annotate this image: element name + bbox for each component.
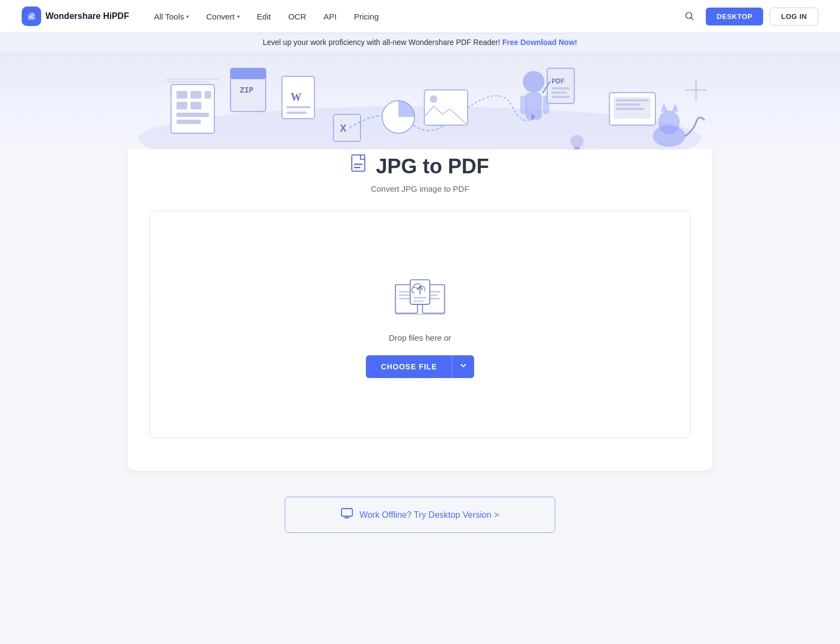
svg-rect-10 xyxy=(176,120,201,124)
upload-icon xyxy=(393,271,447,320)
svg-marker-36 xyxy=(661,103,668,112)
svg-point-0 xyxy=(31,13,35,16)
choose-file-wrapper: CHOOSE FILE xyxy=(366,355,475,378)
brand-name: Wondershare HiPDF xyxy=(45,11,129,21)
logo-icon xyxy=(22,6,41,26)
tool-card: JPG to PDF Convert JPG image to PDF xyxy=(128,128,712,471)
svg-text:ZIP: ZIP xyxy=(240,86,253,94)
nav-convert[interactable]: Convert ▾ xyxy=(199,8,247,25)
navbar-actions: DESKTOP LOG IN xyxy=(680,6,818,26)
brand-logo[interactable]: Wondershare HiPDF xyxy=(22,6,129,26)
nav-api[interactable]: API xyxy=(316,8,344,25)
svg-rect-13 xyxy=(231,68,266,79)
svg-point-35 xyxy=(658,110,680,134)
svg-rect-7 xyxy=(176,102,187,109)
login-button[interactable]: LOG IN xyxy=(770,8,818,25)
nav-menu: All Tools ▾ Convert ▾ Edit OCR API Prici… xyxy=(146,8,680,25)
svg-text:W: W xyxy=(291,91,301,103)
choose-file-button[interactable]: CHOOSE FILE xyxy=(366,355,452,378)
drop-zone[interactable]: Drop files here or CHOOSE FILE xyxy=(149,211,691,438)
svg-point-24 xyxy=(523,71,544,93)
nav-ocr[interactable]: OCR xyxy=(280,8,313,25)
svg-rect-51 xyxy=(354,164,363,165)
svg-point-23 xyxy=(430,95,437,103)
svg-text:X: X xyxy=(340,123,346,134)
svg-rect-41 xyxy=(616,103,640,106)
navbar: Wondershare HiPDF All Tools ▾ Convert ▾ … xyxy=(0,0,840,32)
svg-rect-50 xyxy=(352,155,365,171)
svg-rect-30 xyxy=(552,87,570,89)
svg-rect-17 xyxy=(286,112,307,114)
desktop-button[interactable]: DESKTOP xyxy=(706,8,763,25)
svg-rect-8 xyxy=(191,102,201,109)
svg-rect-55 xyxy=(399,294,411,296)
svg-point-46 xyxy=(570,135,583,148)
tool-subtitle: Convert JPG image to PDF xyxy=(149,184,691,193)
svg-rect-28 xyxy=(547,68,574,103)
svg-rect-52 xyxy=(354,167,360,168)
svg-rect-32 xyxy=(552,96,570,98)
svg-rect-16 xyxy=(286,106,311,108)
file-doc-icon xyxy=(351,154,369,179)
svg-rect-4 xyxy=(176,91,187,99)
svg-rect-6 xyxy=(205,91,211,99)
svg-rect-70 xyxy=(342,509,352,516)
nav-all-tools[interactable]: All Tools ▾ xyxy=(146,8,196,25)
chevron-down-icon: ▾ xyxy=(237,14,240,19)
promo-link[interactable]: Free Download Now! xyxy=(502,38,577,47)
hero-illustration: ZIP W X PDF xyxy=(0,52,840,149)
monitor-icon xyxy=(341,508,353,522)
svg-marker-37 xyxy=(672,103,678,112)
nav-edit[interactable]: Edit xyxy=(250,8,279,25)
main-content: JPG to PDF Convert JPG image to PDF xyxy=(0,149,840,565)
svg-rect-18 xyxy=(333,114,360,141)
offline-label: Work Offline? Try Desktop Version > xyxy=(359,510,499,520)
search-button[interactable] xyxy=(680,6,699,26)
svg-rect-42 xyxy=(616,108,644,110)
svg-rect-31 xyxy=(552,92,567,94)
drop-text: Drop files here or xyxy=(389,333,451,342)
choose-file-dropdown-button[interactable] xyxy=(452,355,474,378)
svg-rect-26 xyxy=(520,95,527,114)
tool-title: JPG to PDF xyxy=(376,155,489,178)
svg-rect-68 xyxy=(414,300,423,302)
offline-banner[interactable]: Work Offline? Try Desktop Version > xyxy=(285,497,555,533)
svg-rect-67 xyxy=(414,297,426,298)
svg-rect-47 xyxy=(574,147,580,149)
promo-banner: Level up your work proficiency with all-… xyxy=(0,32,840,52)
chevron-down-icon: ▾ xyxy=(186,14,189,19)
tool-title-row: JPG to PDF xyxy=(149,154,691,179)
svg-point-1 xyxy=(686,12,692,18)
svg-text:PDF: PDF xyxy=(552,77,565,85)
svg-rect-40 xyxy=(616,99,648,101)
svg-rect-9 xyxy=(176,113,209,117)
svg-rect-5 xyxy=(191,91,201,99)
nav-pricing[interactable]: Pricing xyxy=(346,8,386,25)
